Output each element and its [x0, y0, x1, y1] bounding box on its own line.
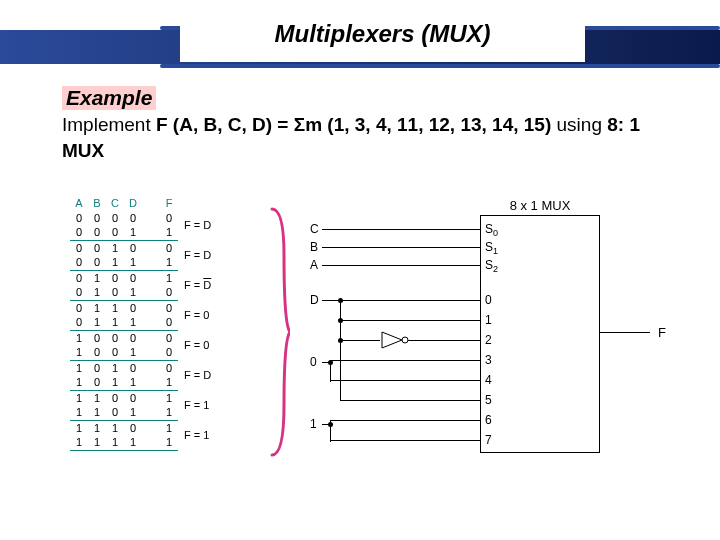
tt-header-row: A B C D F [70, 195, 218, 210]
tt-row: 11001F = 1 [70, 390, 218, 405]
sel-input-A: A [310, 258, 318, 272]
wire-C [322, 229, 480, 230]
problem-statement: Implement F (A, B, C, D) = Σm (1, 3, 4, … [62, 112, 662, 163]
wire-1-6 [330, 420, 480, 421]
sel-input-C: C [310, 222, 319, 236]
mux-pin-3: 3 [485, 353, 492, 367]
wire-D-0 [322, 300, 480, 301]
wire-Dbar-2 [408, 340, 480, 341]
wire-1-7 [330, 440, 480, 441]
mux-pin-S2: S2 [485, 258, 498, 274]
wire-F [600, 332, 650, 333]
tt-row: 10000F = 0 [70, 330, 218, 345]
example-heading: Example [62, 86, 156, 110]
mux-pin-4: 4 [485, 373, 492, 387]
mux-pin-S1: S1 [485, 240, 498, 256]
mux-title: 8 x 1 MUX [480, 198, 600, 213]
slide-title: Multiplexers (MUX) [180, 6, 585, 62]
tt-h-spacer [142, 195, 160, 210]
wire-D-5 [340, 400, 480, 401]
truth-table: A B C D F 00000F = D0001100100F = D00111… [70, 195, 218, 451]
data-input-0: 0 [310, 355, 317, 369]
node-D-top [338, 298, 343, 303]
tt-row: 01100F = 0 [70, 300, 218, 315]
wire-0-3 [330, 360, 480, 361]
mux-pin-7: 7 [485, 433, 492, 447]
wire-D-branch-v [340, 300, 341, 400]
mux-pin-S0: S0 [485, 222, 498, 238]
wire-0-4 [330, 380, 480, 381]
diagram-area: A B C D F 00000F = D0001100100F = D00111… [70, 195, 690, 495]
grouping-brace-icon [270, 205, 290, 459]
tt-row: 10100F = D [70, 360, 218, 375]
not-gate-icon [380, 330, 410, 350]
slide-body: Example Implement F (A, B, C, D) = Σm (1… [62, 86, 662, 163]
node-D-2 [338, 338, 343, 343]
tt-row: 11101F = 1 [70, 420, 218, 435]
tt-h-C: C [106, 195, 124, 210]
mux-pin-5: 5 [485, 393, 492, 407]
stmt-prefix: Implement [62, 114, 156, 135]
tt-h-pair [178, 195, 218, 210]
wire-A [322, 265, 480, 266]
tt-row: 00100F = D [70, 240, 218, 255]
data-input-D: D [310, 293, 319, 307]
header-line-bottom [160, 64, 720, 68]
stmt-using: using [551, 114, 607, 135]
tt-h-D: D [124, 195, 142, 210]
wire-D-1 [340, 320, 480, 321]
mux-pin-0: 0 [485, 293, 492, 307]
output-label-F: F [658, 325, 666, 340]
stmt-func: F (A, B, C, D) = Σm (1, 3, 4, 11, 12, 13… [156, 114, 551, 135]
data-input-1: 1 [310, 417, 317, 431]
node-0 [328, 360, 333, 365]
mux-pin-2: 2 [485, 333, 492, 347]
mux-pin-6: 6 [485, 413, 492, 427]
tt-h-A: A [70, 195, 88, 210]
node-1 [328, 422, 333, 427]
tt-h-F: F [160, 195, 178, 210]
node-D-1 [338, 318, 343, 323]
tt-h-B: B [88, 195, 106, 210]
mux-circuit: 8 x 1 MUX C B A S0 S1 S2 D 0 [300, 195, 700, 475]
tt-row: 00000F = D [70, 210, 218, 225]
wire-D-to-not [340, 340, 380, 341]
tt-row: 01001F = D [70, 270, 218, 285]
mux-pin-1: 1 [485, 313, 492, 327]
wire-B [322, 247, 480, 248]
sel-input-B: B [310, 240, 318, 254]
